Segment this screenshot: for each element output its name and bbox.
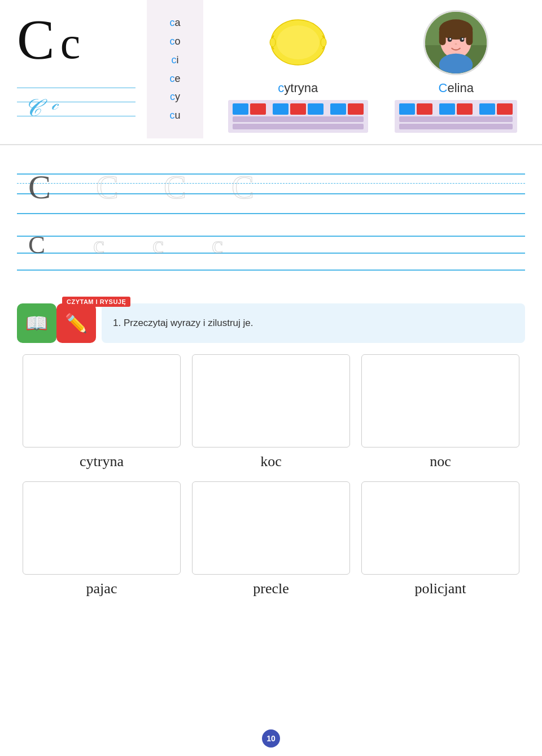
phoneme-box — [399, 103, 415, 115]
syllables-column: ca co ci ce cy cu — [147, 0, 203, 138]
big-letter-C: C — [17, 11, 55, 68]
svg-point-3 — [321, 38, 326, 47]
practice-row-2: C c c c — [17, 230, 525, 275]
guide-letter-solid-small: C — [28, 230, 45, 259]
guide-letter-outline: C — [231, 168, 254, 207]
word-card-koc: koc — [192, 354, 350, 470]
guide-letter-solid: C — [28, 168, 51, 207]
guide-line — [17, 213, 525, 214]
phoneme-box — [497, 103, 513, 115]
phoneme-box — [290, 103, 306, 115]
practice-letters-small: C c c c — [17, 230, 525, 259]
instruction-text: 1. Przeczytaj wyrazy i zilustruj je. — [113, 318, 253, 329]
draw-box-pajac[interactable] — [23, 481, 181, 575]
guide-letter-outline: C — [96, 168, 119, 207]
draw-box-precle[interactable] — [192, 481, 350, 575]
phoneme-box — [439, 103, 455, 115]
cytryna-phonemes — [228, 100, 368, 133]
svg-point-13 — [462, 38, 464, 40]
reading-section: 📖 CZYTAM I RYSUJĘ ✏️ 1. Przeczytaj wyraz… — [0, 292, 542, 597]
word-label-pajac: pajac — [86, 580, 117, 597]
phoneme-box — [348, 103, 364, 115]
top-section: C c 𝒞 𝒸 ca co ci ce cy cu — [0, 0, 542, 145]
word-label-policjant: policjant — [415, 580, 466, 597]
word-item-cytryna: cytryna — [228, 8, 368, 133]
word-card-pajac: pajac — [23, 481, 181, 597]
practice-section: C C C C C c c c — [0, 145, 542, 292]
word-cards-row-1: cytryna koc noc — [17, 354, 525, 470]
lemon-image — [261, 8, 335, 76]
celina-label: Celina — [439, 81, 474, 95]
svg-point-14 — [455, 43, 457, 45]
celina-phonemes — [395, 100, 517, 133]
guide-letter-outline-small: c — [93, 230, 104, 259]
guide-letter-outline-small: c — [152, 230, 164, 259]
phoneme-box — [330, 103, 346, 115]
draw-box-koc[interactable] — [192, 354, 350, 447]
czytam-badge: CZYTAM I RYSUJĘ — [62, 297, 130, 307]
phoneme-bar — [233, 116, 364, 122]
svg-point-2 — [270, 38, 276, 47]
svg-rect-9 — [466, 28, 473, 45]
cytryna-label: cytryna — [278, 81, 318, 95]
big-letter-c: c — [60, 20, 81, 66]
phoneme-box — [273, 103, 289, 115]
pencil-icon-wrap: CZYTAM I RYSUJĘ ✏️ — [56, 303, 96, 343]
cursive-C: 𝒞 — [23, 94, 40, 121]
syllable-ci: ci — [172, 52, 179, 68]
draw-box-policjant[interactable] — [361, 481, 519, 575]
phoneme-box — [233, 103, 248, 115]
svg-point-12 — [449, 38, 451, 40]
syllable-co: co — [169, 33, 180, 50]
syllable-ce: ce — [169, 71, 180, 87]
letter-display: C c 𝒞 𝒸 — [0, 0, 147, 138]
phoneme-bar — [399, 116, 513, 122]
practice-letters-big: C C C C — [17, 168, 525, 207]
phoneme-box — [457, 103, 473, 115]
guide-letter-outline-small: c — [212, 230, 223, 259]
word-cards-row-2: pajac precle policjant — [17, 481, 525, 597]
word-label-precle: precle — [253, 580, 289, 597]
girl-photo — [423, 10, 488, 75]
phoneme-box — [250, 103, 266, 115]
guide-line — [17, 270, 525, 271]
phoneme-box — [417, 103, 432, 115]
phoneme-box — [308, 103, 324, 115]
pencil-icon: ✏️ — [56, 303, 96, 343]
word-label-noc: noc — [430, 453, 451, 470]
celina-image — [419, 8, 493, 76]
guide-line-1 — [17, 88, 136, 88]
girl-face-svg — [425, 11, 487, 73]
word-examples: cytryna — [203, 0, 542, 138]
syllable-cy: cy — [170, 89, 180, 105]
guide-letter-outline: C — [164, 168, 186, 207]
cursive-letters: 𝒞 𝒸 — [23, 94, 58, 121]
word-card-cytryna: cytryna — [23, 354, 181, 470]
lemon-svg — [267, 14, 329, 71]
syllable-ca: ca — [169, 15, 180, 31]
word-card-noc: noc — [361, 354, 519, 470]
phoneme-bar — [233, 124, 364, 129]
big-letters: C c — [17, 11, 136, 68]
page-number: 10 — [262, 729, 280, 748]
cursive-c: 𝒸 — [51, 94, 58, 121]
svg-rect-8 — [439, 28, 446, 45]
writing-lines: 𝒞 𝒸 — [17, 79, 136, 124]
word-label-koc: koc — [260, 453, 282, 470]
word-card-precle: precle — [192, 481, 350, 597]
instruction-box: 1. Przeczytaj wyrazy i zilustruj je. — [102, 303, 525, 343]
word-label-cytryna: cytryna — [80, 453, 124, 470]
draw-box-cytryna[interactable] — [23, 354, 181, 447]
svg-point-1 — [277, 25, 320, 59]
reading-header: 📖 CZYTAM I RYSUJĘ ✏️ 1. Przeczytaj wyraz… — [17, 303, 525, 343]
practice-row-1: C C C C — [17, 168, 525, 219]
syllable-cu: cu — [169, 107, 180, 124]
book-icon: 📖 — [17, 303, 56, 343]
phoneme-box — [479, 103, 495, 115]
word-item-celina: Celina — [395, 8, 517, 133]
phoneme-bar — [399, 124, 513, 129]
word-card-policjant: policjant — [361, 481, 519, 597]
draw-box-noc[interactable] — [361, 354, 519, 447]
